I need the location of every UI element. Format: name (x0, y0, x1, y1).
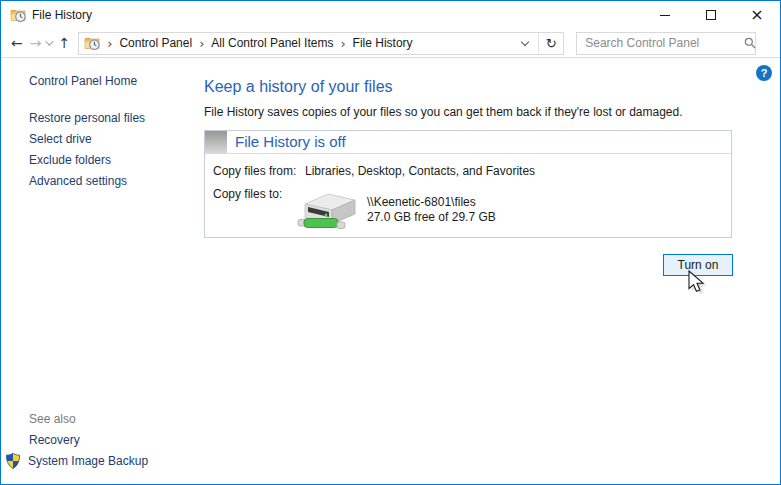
search-box (576, 32, 756, 55)
maximize-icon (706, 10, 716, 20)
file-history-status-panel: File History is off Copy files from: Lib… (204, 130, 732, 238)
refresh-button[interactable]: ↻ (539, 36, 563, 51)
sidebar-tasks: Restore personal files Select drive Excl… (29, 108, 145, 192)
address-file-history-icon (84, 35, 100, 51)
breadcrumb-separator: › (340, 36, 345, 51)
search-icon[interactable] (744, 37, 756, 49)
file-history-window: File History × ← → ↑ › Control Panel › A… (0, 0, 781, 485)
maximize-button[interactable] (688, 1, 734, 29)
network-drive-icon (297, 188, 361, 234)
back-button[interactable]: ← (11, 36, 23, 50)
breadcrumb-all-control-panel-items[interactable]: All Control Panel Items (211, 36, 333, 50)
sidebar-item-control-panel-home[interactable]: Control Panel Home (29, 74, 137, 88)
search-input[interactable] (577, 36, 744, 50)
sidebar-item-recovery[interactable]: Recovery (29, 433, 80, 447)
sidebar-item-select-drive[interactable]: Select drive (29, 129, 145, 150)
copy-from-label: Copy files from: (213, 164, 296, 178)
minimize-icon (660, 15, 670, 16)
see-also-label: See also (29, 412, 76, 426)
address-dropdown-chevron-icon[interactable] (521, 37, 529, 45)
minimize-button[interactable] (642, 1, 688, 29)
page-description: File History saves copies of your files … (204, 105, 683, 119)
breadcrumb-separator: › (107, 36, 112, 51)
close-icon: × (750, 7, 763, 23)
file-history-icon (10, 7, 26, 23)
breadcrumb-separator: › (199, 36, 204, 51)
sidebar-item-exclude-folders[interactable]: Exclude folders (29, 150, 145, 171)
page-title: Keep a history of your files (204, 78, 393, 96)
address-bar[interactable]: › Control Panel › All Control Panel Item… (78, 32, 564, 55)
recent-locations-chevron-icon[interactable] (46, 37, 54, 45)
close-button[interactable]: × (734, 1, 780, 29)
title-bar: File History × (1, 1, 780, 29)
target-drive-space: 27.0 GB free of 29.7 GB (367, 210, 496, 224)
sidebar-item-advanced-settings[interactable]: Advanced settings (29, 171, 145, 192)
breadcrumb-file-history[interactable]: File History (353, 36, 413, 50)
system-image-backup-label: System Image Backup (28, 454, 148, 468)
uac-shield-icon (6, 453, 20, 469)
navigation-toolbar: ← → ↑ › Control Panel › All Control Pane… (1, 29, 780, 58)
turn-on-button[interactable]: Turn on (663, 254, 733, 276)
target-drive-name: \\Keenetic-6801\files (367, 195, 476, 209)
window-controls: × (642, 1, 780, 29)
copy-from-value: Libraries, Desktop, Contacts, and Favori… (305, 164, 535, 178)
window-title: File History (32, 8, 92, 22)
panel-corner-decoration (205, 131, 227, 153)
sidebar-item-restore-personal-files[interactable]: Restore personal files (29, 108, 145, 129)
forward-button[interactable]: → (30, 36, 42, 50)
copy-to-label: Copy files to: (213, 187, 282, 201)
status-panel-header: File History is off (205, 131, 731, 154)
sidebar-item-system-image-backup[interactable]: System Image Backup (6, 453, 148, 469)
status-text: File History is off (235, 133, 346, 150)
help-button[interactable]: ? (756, 65, 772, 81)
up-button[interactable]: ↑ (58, 36, 70, 50)
content-area: Control Panel Home Restore personal file… (1, 58, 780, 484)
breadcrumb-control-panel[interactable]: Control Panel (119, 36, 192, 50)
